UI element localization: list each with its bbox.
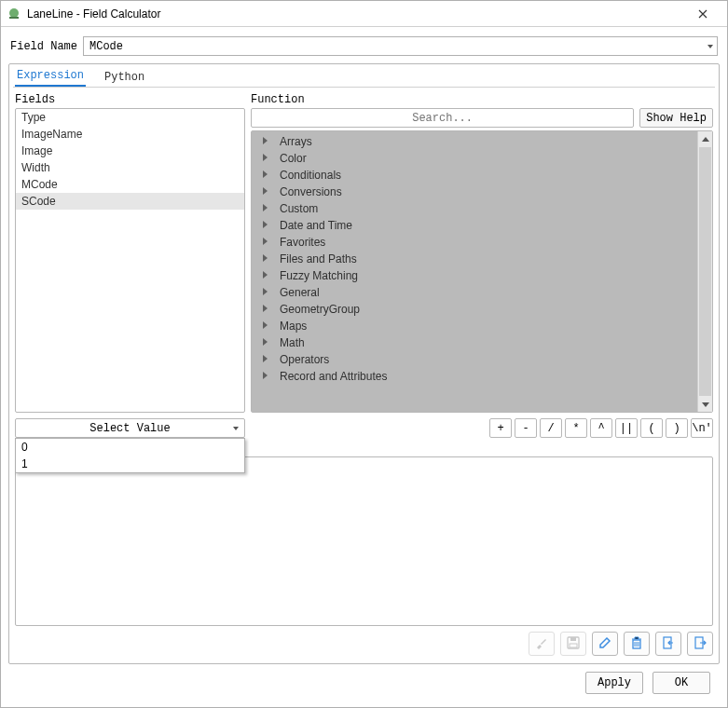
field-name-label: Field Name [10, 40, 77, 53]
select-value-combo[interactable]: Select Value [15, 418, 245, 438]
titlebar: LaneLine - Field Calculator [1, 1, 727, 27]
function-category[interactable]: GeometryGroup [252, 301, 697, 318]
fields-list-item[interactable]: Image [16, 143, 244, 159]
tabs: Expression Python [11, 66, 717, 87]
field-name-row: Field Name MCode [10, 36, 718, 56]
operator-button[interactable]: ) [666, 418, 688, 438]
function-category[interactable]: Record and Attributes [252, 368, 697, 385]
function-category-label: Record and Attributes [280, 370, 387, 383]
apply-button[interactable]: Apply [585, 672, 643, 694]
function-category[interactable]: General [252, 284, 697, 301]
operator-button[interactable]: \n' [691, 418, 713, 438]
operator-button[interactable]: + [489, 418, 512, 438]
close-button[interactable] [684, 1, 721, 27]
chevron-right-icon [263, 170, 272, 180]
function-category[interactable]: Favorites [252, 234, 697, 251]
function-category-label: General [280, 286, 320, 299]
fields-list-item[interactable]: MCode [16, 176, 244, 193]
function-category[interactable]: Fuzzy Matching [252, 267, 697, 284]
operator-button[interactable]: || [615, 418, 638, 438]
field-name-combo[interactable]: MCode [83, 36, 718, 56]
mid-row: Select Value 01 +-/*^||()\n' [11, 413, 717, 442]
svg-rect-1 [9, 17, 19, 19]
delete-icon [629, 635, 644, 653]
svg-rect-3 [570, 637, 576, 641]
select-value-option[interactable]: 0 [16, 439, 244, 456]
chevron-right-icon [263, 355, 272, 364]
function-category[interactable]: Files and Paths [252, 251, 697, 267]
operator-button[interactable]: / [540, 418, 562, 438]
function-scrollbar[interactable] [697, 131, 712, 412]
chevron-right-icon [263, 305, 272, 314]
function-category-label: Operators [280, 353, 329, 366]
operator-button[interactable]: - [515, 418, 537, 438]
function-category[interactable]: Conversions [252, 184, 697, 200]
function-category[interactable]: Operators [252, 351, 697, 368]
fields-list-item[interactable]: ImageName [16, 126, 244, 143]
function-category[interactable]: Conditionals [252, 167, 697, 184]
import-icon [661, 635, 676, 653]
chevron-down-icon [707, 45, 713, 48]
import-button[interactable] [655, 632, 681, 656]
window-title: LaneLine - Field Calculator [27, 7, 684, 20]
chevron-right-icon [263, 321, 272, 331]
app-icon [7, 7, 21, 21]
chevron-down-icon [233, 427, 239, 430]
operator-button[interactable]: * [565, 418, 587, 438]
lists-row: TypeImageNameImageWidthMCodeSCode Show H… [11, 108, 717, 413]
function-category[interactable]: Color [252, 150, 697, 167]
function-category[interactable]: Math [252, 334, 697, 351]
function-category-label: Fuzzy Matching [280, 269, 358, 282]
chevron-right-icon [263, 204, 272, 213]
fields-list-item[interactable]: SCode [16, 193, 244, 210]
fields-list-item[interactable]: Width [16, 159, 244, 176]
show-help-button[interactable]: Show Help [639, 108, 713, 128]
expression-textarea[interactable] [15, 456, 713, 626]
scroll-up-icon[interactable] [698, 131, 712, 146]
function-tree[interactable]: ArraysColorConditionalsConversionsCustom… [252, 131, 697, 412]
operator-button[interactable]: ( [640, 418, 663, 438]
tab-expression[interactable]: Expression [15, 67, 86, 87]
function-category-label: Date and Time [280, 219, 352, 232]
function-search-row: Show Help [251, 108, 713, 128]
operator-button[interactable]: ^ [590, 418, 612, 438]
edit-button[interactable] [592, 632, 618, 656]
function-category-label: Custom [280, 202, 318, 215]
select-value-dropdown: 01 [15, 438, 245, 473]
fields-list-item[interactable]: Type [16, 109, 244, 126]
brush-icon [534, 635, 549, 653]
chevron-right-icon [263, 254, 272, 264]
function-category-label: Favorites [280, 236, 325, 249]
chevron-right-icon [263, 137, 272, 146]
function-category[interactable]: Maps [252, 318, 697, 334]
function-category[interactable]: Date and Time [252, 217, 697, 234]
field-name-value: MCode [89, 40, 123, 53]
expression-toolbar [11, 626, 717, 658]
chevron-right-icon [263, 372, 272, 381]
chevron-right-icon [263, 271, 272, 280]
chevron-right-icon [263, 154, 272, 163]
function-category-label: GeometryGroup [280, 303, 360, 316]
scroll-down-icon[interactable] [698, 397, 712, 412]
tab-python[interactable]: Python [103, 69, 146, 87]
fields-list-box: TypeImageNameImageWidthMCodeSCode [15, 108, 245, 413]
scroll-thumb[interactable] [699, 147, 711, 396]
function-category[interactable]: Arrays [252, 133, 697, 150]
function-category[interactable]: Custom [252, 200, 697, 217]
search-input[interactable] [251, 108, 634, 128]
function-category-label: Math [280, 336, 305, 349]
function-label: Function [251, 93, 713, 106]
export-icon [693, 635, 707, 653]
svg-point-0 [9, 8, 19, 18]
chevron-right-icon [263, 221, 272, 230]
function-category-label: Files and Paths [280, 252, 357, 266]
function-category-label: Color [280, 152, 307, 165]
export-button[interactable] [687, 632, 713, 656]
select-value-label: Select Value [89, 422, 170, 435]
ok-button[interactable]: OK [652, 672, 710, 694]
delete-button[interactable] [624, 632, 650, 656]
function-category-label: Conversions [280, 185, 342, 198]
select-value-option[interactable]: 1 [16, 456, 244, 472]
save-button [560, 632, 586, 656]
fields-label: Fields [15, 93, 251, 106]
